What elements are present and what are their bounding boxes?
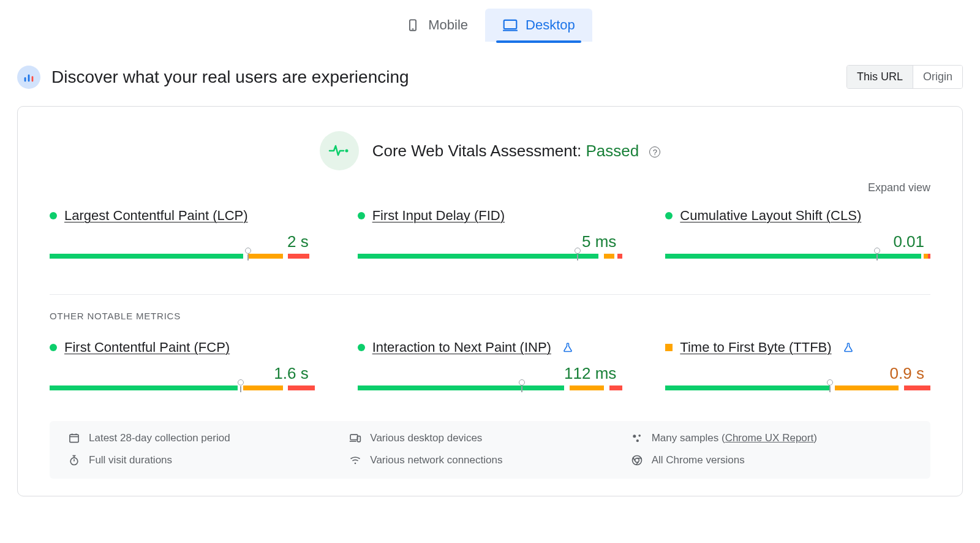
page-title: Discover what your real users are experi… (51, 67, 409, 87)
expand-view-link[interactable]: Expand view (50, 181, 930, 194)
metric-fcp-name[interactable]: First Contentful Paint (FCP) (64, 340, 230, 355)
metric-inp-bar (358, 385, 623, 398)
metric-fid-name[interactable]: First Input Delay (FID) (372, 208, 505, 224)
svg-point-15 (633, 435, 636, 438)
cwv-status: Passed (586, 142, 639, 160)
status-dot-icon (665, 212, 673, 219)
metric-fid-value: 5 ms (358, 232, 623, 251)
scope-toggle: This URL Origin (846, 65, 963, 89)
metric-fcp: First Contentful Paint (FCP) 1.6 s (50, 340, 315, 398)
metric-fcp-bar (50, 385, 315, 398)
experimental-icon (562, 342, 573, 353)
wifi-icon (349, 454, 361, 466)
svg-rect-4 (24, 77, 26, 82)
footer-durations: Full visit durations (68, 454, 349, 466)
device-tabs: Mobile Desktop (12, 0, 968, 42)
footer-period: Latest 28-day collection period (68, 432, 349, 444)
mobile-icon (405, 17, 421, 33)
desktop-icon (502, 17, 518, 33)
crux-report-link[interactable]: Chrome UX Report (725, 432, 814, 444)
status-dot-icon (50, 212, 57, 219)
data-source-footer: Latest 28-day collection period Various … (50, 421, 930, 479)
tab-mobile[interactable]: Mobile (388, 9, 485, 42)
svg-point-17 (636, 439, 638, 442)
status-dot-icon (50, 344, 57, 351)
metric-inp: Interaction to Next Paint (INP) 112 ms (358, 340, 623, 398)
experimental-icon (843, 342, 854, 353)
footer-devices: Various desktop devices (349, 432, 630, 444)
gauge-icon (17, 66, 40, 89)
svg-rect-5 (28, 74, 30, 82)
metric-ttfb-bar (665, 385, 930, 398)
metric-ttfb: Time to First Byte (TTFB) 0.9 s (665, 340, 930, 398)
svg-point-16 (638, 435, 641, 437)
metric-fid-bar (358, 254, 623, 266)
metric-cls: Cumulative Layout Shift (CLS) 0.01 (665, 208, 930, 266)
metric-inp-value: 112 ms (358, 364, 623, 383)
cwv-assessment: Core Web Vitals Assessment: Passed ? (50, 131, 930, 170)
svg-point-7 (345, 150, 348, 153)
metric-cls-bar (665, 254, 930, 266)
footer-chrome: All Chrome versions (631, 454, 912, 466)
other-metrics-heading: OTHER NOTABLE METRICS (50, 311, 930, 321)
divider (50, 294, 930, 295)
chrome-icon (631, 454, 643, 466)
stopwatch-icon (68, 454, 80, 466)
cwv-label: Core Web Vitals Assessment: (372, 142, 586, 160)
status-dot-icon (358, 344, 365, 351)
metric-lcp-value: 2 s (50, 232, 315, 251)
metric-fcp-value: 1.6 s (50, 364, 315, 383)
metric-lcp: Largest Contentful Paint (LCP) 2 s (50, 208, 315, 266)
status-square-icon (665, 344, 673, 351)
tab-mobile-label: Mobile (428, 17, 468, 33)
help-icon[interactable]: ? (649, 146, 660, 158)
metric-inp-name[interactable]: Interaction to Next Paint (INP) (372, 340, 551, 355)
metric-lcp-bar (50, 254, 315, 266)
metric-cls-name[interactable]: Cumulative Layout Shift (CLS) (680, 208, 861, 224)
scope-origin[interactable]: Origin (913, 66, 962, 88)
metric-ttfb-name[interactable]: Time to First Byte (TTFB) (680, 340, 831, 355)
core-metrics-grid: Largest Contentful Paint (LCP) 2 s First… (50, 208, 930, 266)
metric-lcp-name[interactable]: Largest Contentful Paint (LCP) (64, 208, 248, 224)
samples-icon (631, 432, 643, 444)
field-data-card: Core Web Vitals Assessment: Passed ? Exp… (17, 106, 963, 496)
svg-rect-8 (70, 435, 78, 442)
metric-cls-value: 0.01 (665, 232, 930, 251)
pulse-icon (320, 131, 359, 170)
calendar-icon (68, 432, 80, 444)
footer-samples: Many samples (Chrome UX Report) (631, 432, 912, 444)
footer-network: Various network connections (349, 454, 630, 466)
tab-desktop[interactable]: Desktop (485, 9, 592, 42)
tab-desktop-label: Desktop (526, 17, 575, 33)
status-dot-icon (358, 212, 365, 219)
svg-point-22 (355, 463, 356, 465)
svg-rect-12 (350, 435, 358, 439)
svg-rect-14 (358, 436, 361, 442)
scope-this-url[interactable]: This URL (847, 66, 913, 88)
devices-icon (349, 432, 361, 444)
svg-rect-6 (32, 76, 34, 82)
metric-ttfb-value: 0.9 s (665, 364, 930, 383)
svg-rect-2 (504, 20, 517, 29)
other-metrics-grid: First Contentful Paint (FCP) 1.6 s Inter… (50, 340, 930, 398)
svg-point-24 (635, 458, 639, 463)
metric-fid: First Input Delay (FID) 5 ms (358, 208, 623, 266)
